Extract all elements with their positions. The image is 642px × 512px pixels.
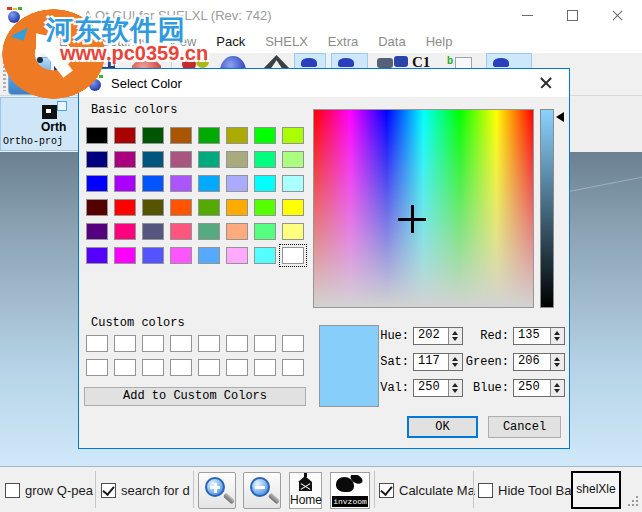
basic-color-swatch[interactable]: [198, 247, 220, 264]
open-res-file-button[interactable]: .res: [8, 57, 51, 95]
dialog-title-bar[interactable]: Select Color: [79, 69, 569, 97]
custom-color-swatch[interactable]: [142, 359, 164, 376]
basic-color-swatch[interactable]: [282, 247, 304, 264]
cell-box-icon[interactable]: b: [447, 55, 473, 68]
menu-pack[interactable]: Pack: [206, 34, 255, 49]
home-button[interactable]: Home: [289, 472, 322, 509]
spin-arrows-icon[interactable]: [448, 354, 462, 370]
basic-color-swatch[interactable]: [226, 151, 248, 168]
spin-arrows-icon[interactable]: [448, 380, 462, 396]
spin-arrows-icon[interactable]: [550, 380, 564, 396]
grow-qpeaks-checkbox[interactable]: [5, 483, 20, 498]
close-button[interactable]: [595, 0, 640, 30]
green-spinbox[interactable]: 206: [513, 353, 565, 371]
basic-color-swatch[interactable]: [198, 175, 220, 192]
basic-color-swatch[interactable]: [142, 127, 164, 144]
basic-color-swatch[interactable]: [226, 127, 248, 144]
menu-help[interactable]: Help: [416, 34, 463, 49]
basic-color-swatch[interactable]: [86, 151, 108, 168]
custom-color-swatch[interactable]: [170, 335, 192, 352]
basic-color-swatch[interactable]: [170, 223, 192, 240]
spin-arrows-icon[interactable]: [550, 328, 564, 344]
red-spinbox[interactable]: 135: [513, 327, 565, 345]
basic-color-swatch[interactable]: [254, 199, 276, 216]
basic-color-swatch[interactable]: [86, 175, 108, 192]
menu-settings[interactable]: Settings: [91, 34, 158, 49]
basic-color-swatch[interactable]: [170, 247, 192, 264]
basic-color-swatch[interactable]: [226, 199, 248, 216]
maximize-button[interactable]: [550, 0, 595, 30]
custom-color-swatch[interactable]: [282, 359, 304, 376]
lambda-icon[interactable]: [263, 55, 290, 69]
basic-color-swatch[interactable]: [226, 223, 248, 240]
basic-color-swatch[interactable]: [198, 151, 220, 168]
basic-color-swatch[interactable]: [254, 127, 276, 144]
basic-color-swatch[interactable]: [114, 151, 136, 168]
menu-file[interactable]: File: [8, 34, 49, 49]
basic-color-swatch[interactable]: [282, 199, 304, 216]
custom-color-swatch[interactable]: [114, 359, 136, 376]
basic-color-swatch[interactable]: [282, 223, 304, 240]
invzoom-button[interactable]: invzoom: [330, 472, 370, 509]
basic-color-swatch[interactable]: [86, 247, 108, 264]
custom-color-swatch[interactable]: [198, 335, 220, 352]
val-spinbox[interactable]: 250: [413, 379, 463, 397]
menu-view[interactable]: View: [158, 34, 206, 49]
basic-color-swatch[interactable]: [282, 175, 304, 192]
minimize-button[interactable]: [505, 0, 550, 30]
zoom-in-button[interactable]: [198, 472, 236, 509]
basic-color-swatch[interactable]: [170, 127, 192, 144]
hide-toolbar-checkbox[interactable]: [478, 483, 493, 498]
custom-color-swatch[interactable]: [114, 335, 136, 352]
basic-color-swatch[interactable]: [114, 223, 136, 240]
search-checkbox[interactable]: [101, 483, 116, 498]
shelxle-button[interactable]: shelXle: [571, 471, 621, 509]
sat-spinbox[interactable]: 117: [413, 353, 463, 371]
menu-extra[interactable]: Extra: [318, 34, 368, 49]
basic-color-swatch[interactable]: [226, 247, 248, 264]
custom-color-swatch[interactable]: [254, 359, 276, 376]
custom-color-swatch[interactable]: [282, 335, 304, 352]
basic-color-swatch[interactable]: [142, 223, 164, 240]
basic-color-swatch[interactable]: [114, 199, 136, 216]
basic-color-swatch[interactable]: [198, 127, 220, 144]
custom-color-swatch[interactable]: [170, 359, 192, 376]
basic-color-swatch[interactable]: [198, 199, 220, 216]
basic-color-swatch[interactable]: [86, 127, 108, 144]
spin-arrows-icon[interactable]: [448, 328, 462, 344]
basic-color-swatch[interactable]: [142, 175, 164, 192]
basic-color-swatch[interactable]: [142, 151, 164, 168]
dialog-close-icon[interactable]: [533, 74, 559, 92]
calculate-map-checkbox[interactable]: [379, 483, 394, 498]
basic-color-swatch[interactable]: [170, 151, 192, 168]
basic-color-swatch[interactable]: [254, 223, 276, 240]
basic-color-swatch[interactable]: [142, 199, 164, 216]
basic-color-swatch[interactable]: [114, 127, 136, 144]
toolbar-drag-handle[interactable]: [3, 58, 6, 91]
ok-button[interactable]: OK: [407, 416, 478, 438]
menu-shelx[interactable]: SHELX: [255, 34, 318, 49]
value-slider[interactable]: [540, 109, 554, 308]
basic-color-swatch[interactable]: [282, 151, 304, 168]
custom-color-swatch[interactable]: [226, 335, 248, 352]
bonds-icon[interactable]: [377, 55, 410, 69]
menu-data[interactable]: Data: [368, 34, 415, 49]
basic-color-swatch[interactable]: [86, 199, 108, 216]
basic-color-swatch[interactable]: [254, 175, 276, 192]
ortho-projection-button[interactable]: Orth Ortho-proj: [0, 97, 87, 151]
basic-color-swatch[interactable]: [114, 175, 136, 192]
basic-color-swatch[interactable]: [86, 223, 108, 240]
zoom-out-button[interactable]: [243, 472, 281, 509]
resize-grip[interactable]: [628, 496, 638, 506]
value-slider-arrow[interactable]: [556, 112, 564, 122]
hue-saturation-picker[interactable]: [313, 109, 534, 308]
custom-color-swatch[interactable]: [254, 335, 276, 352]
menu-edit[interactable]: Edit: [49, 34, 91, 49]
basic-color-swatch[interactable]: [114, 247, 136, 264]
add-to-custom-colors-button[interactable]: Add to Custom Colors: [84, 387, 306, 406]
basic-color-swatch[interactable]: [142, 247, 164, 264]
basic-color-swatch[interactable]: [198, 223, 220, 240]
basic-color-swatch[interactable]: [170, 199, 192, 216]
custom-color-swatch[interactable]: [142, 335, 164, 352]
basic-color-swatch[interactable]: [226, 175, 248, 192]
